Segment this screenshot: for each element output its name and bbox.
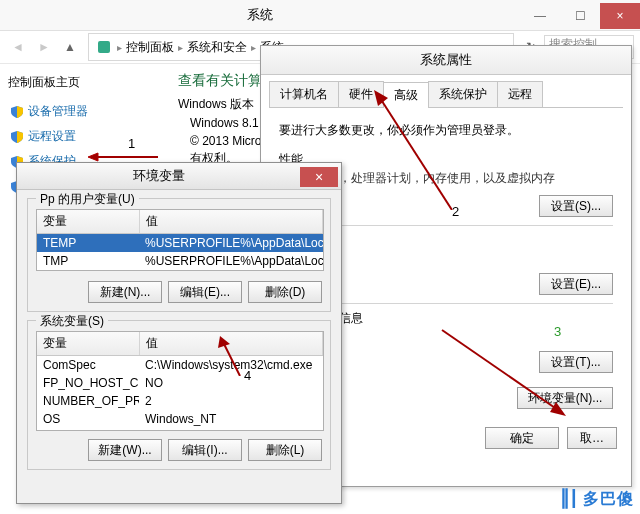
chevron-right-icon: ▸	[178, 42, 183, 53]
cell-value: Windows_NT	[139, 410, 323, 428]
table-row[interactable]: Path C:\Program Files (x86)\NVIDIA Corpo…	[37, 428, 323, 430]
cancel-button[interactable]: 取…	[567, 427, 617, 449]
column-header-variable[interactable]: 变量	[37, 210, 140, 233]
shield-icon	[10, 105, 24, 119]
annotation-arrow-2	[362, 90, 462, 210]
tab-remote[interactable]: 远程	[497, 81, 543, 107]
chevron-right-icon: ▸	[251, 42, 256, 53]
tab-computer-name[interactable]: 计算机名	[269, 81, 339, 107]
shield-icon	[10, 130, 24, 144]
annotation-3: 3	[554, 324, 561, 339]
up-button[interactable]: ▲	[58, 35, 82, 59]
control-panel-icon	[95, 38, 113, 56]
breadcrumb-item[interactable]: 系统和安全	[187, 39, 247, 56]
sidebar-item-device-manager[interactable]: 设备管理器	[8, 99, 158, 124]
system-variables-table[interactable]: 变量 值 ComSpec C:\Windows\system32\cmd.exe…	[36, 331, 324, 431]
annotation-1: 1	[128, 136, 135, 151]
cell-name: ComSpec	[37, 356, 139, 374]
settings-button-s[interactable]: 设置(S)...	[539, 195, 613, 217]
cell-name: NUMBER_OF_PR…	[37, 392, 139, 410]
ok-button[interactable]: 确定	[485, 427, 559, 449]
delete-button[interactable]: 删除(D)	[248, 281, 322, 303]
new-button[interactable]: 新建(N)...	[88, 281, 162, 303]
svg-line-7	[224, 344, 240, 376]
sidebar-item-remote-settings[interactable]: 远程设置	[8, 124, 158, 149]
close-icon: ×	[315, 169, 323, 185]
cell-value: %USERPROFILE%\AppData\Local\Temp	[139, 252, 323, 270]
annotation-2: 2	[452, 204, 459, 219]
svg-line-5	[442, 330, 558, 410]
environment-variables-dialog: 环境变量 × Pp 的用户变量(U) 变量 值 TEMP %USERPROFIL…	[16, 162, 342, 504]
table-row[interactable]: TMP %USERPROFILE%\AppData\Local\Temp	[37, 252, 323, 270]
minimize-button[interactable]: —	[520, 3, 560, 29]
cell-value: C:\Program Files (x86)\NVIDIA Corporat	[139, 428, 323, 430]
column-header-variable[interactable]: 变量	[37, 332, 140, 355]
cell-name: TMP	[37, 252, 139, 270]
cell-name: FP_NO_HOST_CH…	[37, 374, 139, 392]
annotation-arrow-1	[88, 151, 158, 163]
cell-value: NO	[139, 374, 323, 392]
group-label: 系统变量(S)	[36, 313, 108, 330]
back-button[interactable]: ◄	[6, 35, 30, 59]
table-row[interactable]: NUMBER_OF_PR… 2	[37, 392, 323, 410]
close-button[interactable]: ×	[600, 3, 640, 29]
sidebar-header: 控制面板主页	[8, 74, 158, 91]
system-window-titlebar: 系统 — ☐ ×	[0, 0, 640, 31]
column-header-value[interactable]: 值	[140, 210, 323, 233]
annotation-4: 4	[244, 368, 251, 383]
svg-marker-4	[374, 90, 388, 106]
settings-button-e[interactable]: 设置(E)...	[539, 273, 613, 295]
table-row[interactable]: TEMP %USERPROFILE%\AppData\Local\Temp	[37, 234, 323, 252]
sidebar-item-label: 远程设置	[28, 128, 76, 145]
watermark-text: 多巴傻	[583, 490, 634, 507]
system-variables-group: 系统变量(S) 变量 值 ComSpec C:\Windows\system32…	[27, 320, 331, 470]
cell-value: 2	[139, 392, 323, 410]
maximize-button[interactable]: ☐	[560, 3, 600, 29]
edit-button[interactable]: 编辑(E)...	[168, 281, 242, 303]
cell-name: OS	[37, 410, 139, 428]
chevron-right-icon: ▸	[117, 42, 122, 53]
dialog-titlebar: 环境变量 ×	[17, 163, 341, 190]
cell-value: %USERPROFILE%\AppData\Local\Temp	[139, 234, 323, 252]
user-variables-group: Pp 的用户变量(U) 变量 值 TEMP %USERPROFILE%\AppD…	[27, 198, 331, 312]
table-row[interactable]: ComSpec C:\Windows\system32\cmd.exe	[37, 356, 323, 374]
new-button[interactable]: 新建(W)...	[88, 439, 162, 461]
forward-button[interactable]: ►	[32, 35, 56, 59]
delete-button[interactable]: 删除(L)	[248, 439, 322, 461]
table-row[interactable]: FP_NO_HOST_CH… NO	[37, 374, 323, 392]
group-label: Pp 的用户变量(U)	[36, 191, 139, 208]
dialog-title: 系统属性	[261, 46, 631, 75]
edit-button[interactable]: 编辑(I)...	[168, 439, 242, 461]
window-title: 系统	[0, 6, 520, 24]
dialog-title: 环境变量	[17, 168, 300, 185]
svg-marker-6	[550, 402, 566, 416]
cell-name: TEMP	[37, 234, 139, 252]
watermark: ∥| 多巴傻	[560, 485, 634, 510]
user-variables-table[interactable]: 变量 值 TEMP %USERPROFILE%\AppData\Local\Te…	[36, 209, 324, 271]
cell-name: Path	[37, 428, 139, 430]
sidebar-item-label: 设备管理器	[28, 103, 88, 120]
breadcrumb-item[interactable]: 控制面板	[126, 39, 174, 56]
annotation-arrow-3	[438, 326, 588, 426]
svg-rect-0	[98, 41, 110, 53]
svg-marker-2	[88, 153, 98, 161]
table-row[interactable]: OS Windows_NT	[37, 410, 323, 428]
svg-line-3	[380, 98, 452, 210]
close-button[interactable]: ×	[300, 167, 338, 187]
